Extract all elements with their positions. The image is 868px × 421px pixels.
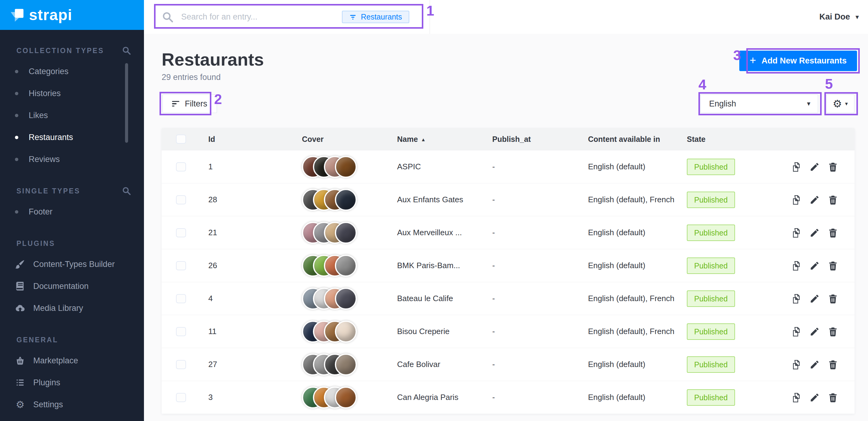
sidebar-scrollbar[interactable] xyxy=(125,63,128,143)
column-header-publish-at[interactable]: Publish_at xyxy=(492,135,588,144)
sidebar: strapi COLLECTION TYPES Categories Histo… xyxy=(0,0,144,421)
search-collection-tag[interactable]: Restaurants xyxy=(342,11,409,23)
cell-name: Aux Enfants Gates xyxy=(397,195,492,204)
edit-icon[interactable] xyxy=(809,194,820,205)
table-row[interactable]: 27 Cafe Bolivar - English (default) Publ… xyxy=(162,348,855,381)
edit-icon[interactable] xyxy=(809,392,820,403)
table-row[interactable]: 3 Can Alegria Paris - English (default) … xyxy=(162,381,855,414)
sidebar-section: GENERAL Marketplace Plugins ⚙ Settings xyxy=(0,333,144,416)
sidebar-section-label: SINGLE TYPES xyxy=(17,187,121,195)
cover-thumbnails xyxy=(302,387,397,409)
column-header-cover[interactable]: Cover xyxy=(302,135,397,144)
row-checkbox[interactable] xyxy=(176,228,186,237)
row-checkbox[interactable] xyxy=(176,261,186,270)
sidebar-item-marketplace[interactable]: Marketplace xyxy=(0,350,144,371)
sidebar-item-label: Restaurants xyxy=(29,133,73,142)
entries-count: 29 entries found xyxy=(162,72,868,82)
list-icon xyxy=(15,378,25,388)
cell-id: 27 xyxy=(208,360,302,369)
delete-icon[interactable] xyxy=(828,261,838,271)
cover-image xyxy=(335,288,357,310)
delete-icon[interactable] xyxy=(828,392,838,403)
cell-id: 26 xyxy=(208,261,302,270)
edit-icon[interactable] xyxy=(809,359,820,370)
sidebar-item-media-library[interactable]: Media Library xyxy=(0,297,144,319)
duplicate-icon[interactable] xyxy=(791,294,802,304)
duplicate-icon[interactable] xyxy=(791,228,802,238)
duplicate-icon[interactable] xyxy=(791,326,802,337)
edit-icon[interactable] xyxy=(809,261,820,271)
table-row[interactable]: 1 ASPIC - English (default) Published xyxy=(162,150,855,183)
sidebar-item-categories[interactable]: Categories xyxy=(0,60,144,82)
cover-thumbnails xyxy=(302,321,397,342)
sidebar-item-documentation[interactable]: Documentation xyxy=(0,275,144,297)
column-header-state[interactable]: State xyxy=(687,135,778,144)
sidebar-section-label: GENERAL xyxy=(17,336,132,344)
user-menu[interactable]: Kai Doe ▾ xyxy=(819,12,868,22)
sidebar-item-plugins[interactable]: Plugins xyxy=(0,371,144,394)
add-new-restaurants-button[interactable]: + Add New Restaurants xyxy=(739,51,857,71)
duplicate-icon[interactable] xyxy=(791,194,802,205)
duplicate-icon[interactable] xyxy=(791,359,802,370)
edit-icon[interactable] xyxy=(809,326,820,337)
table-row[interactable]: 21 Aux Merveilleux ... - English (defaul… xyxy=(162,216,855,249)
cell-publish-at: - xyxy=(492,294,588,303)
edit-icon[interactable] xyxy=(809,294,820,304)
select-all-checkbox[interactable] xyxy=(176,134,186,144)
row-checkbox[interactable] xyxy=(176,393,186,402)
sidebar-item-likes[interactable]: Likes xyxy=(0,104,144,126)
delete-icon[interactable] xyxy=(828,162,838,172)
settings-dropdown-button[interactable]: ⚙ ▾ xyxy=(826,94,855,113)
duplicate-icon[interactable] xyxy=(791,261,802,271)
search-icon[interactable] xyxy=(121,186,132,196)
column-header-name[interactable]: Name▲ xyxy=(397,135,492,144)
table-row[interactable]: 26 BMK Paris-Bam... - English (default) … xyxy=(162,249,855,282)
delete-icon[interactable] xyxy=(828,359,838,370)
sidebar-item-footer[interactable]: Footer xyxy=(0,201,144,223)
table-row[interactable]: 28 Aux Enfants Gates - English (default)… xyxy=(162,183,855,216)
cover-image xyxy=(335,387,357,409)
row-checkbox[interactable] xyxy=(176,294,186,303)
cover-image xyxy=(335,189,357,211)
row-checkbox[interactable] xyxy=(176,162,186,172)
sidebar-item-restaurants[interactable]: Restaurants xyxy=(0,126,144,148)
search-input[interactable] xyxy=(181,12,342,22)
cell-content-available-in: English (default) xyxy=(588,228,687,237)
row-checkbox[interactable] xyxy=(176,360,186,369)
row-checkbox[interactable] xyxy=(176,195,186,204)
column-header-content-available-in[interactable]: Content available in xyxy=(588,135,687,144)
strapi-logo[interactable]: strapi xyxy=(0,0,144,30)
delete-icon[interactable] xyxy=(828,228,838,238)
sidebar-item-content-types-builder[interactable]: Content-Types Builder xyxy=(0,253,144,275)
sidebar-item-list: Categories Histories Likes Restaurants R… xyxy=(0,60,144,170)
delete-icon[interactable] xyxy=(828,294,838,304)
table-row[interactable]: 11 Bisou Creperie - English (default), F… xyxy=(162,315,855,348)
edit-icon[interactable] xyxy=(809,162,820,172)
cover-thumbnails xyxy=(302,156,397,178)
sidebar-item-settings[interactable]: ⚙ Settings xyxy=(0,394,144,416)
sidebar-item-histories[interactable]: Histories xyxy=(0,82,144,104)
gear-icon: ⚙ xyxy=(833,98,842,109)
sidebar-item-reviews[interactable]: Reviews xyxy=(0,148,144,170)
cell-content-available-in: English (default) xyxy=(588,162,687,172)
edit-icon[interactable] xyxy=(809,228,820,238)
search-icon[interactable] xyxy=(121,46,132,56)
sidebar-item-label: Documentation xyxy=(33,281,89,291)
delete-icon[interactable] xyxy=(828,326,838,337)
filters-label: Filters xyxy=(185,99,207,109)
filters-button[interactable]: Filters xyxy=(162,94,217,113)
sidebar-item-label: Histories xyxy=(29,89,61,98)
sidebar-nav: COLLECTION TYPES Categories Histories Li… xyxy=(0,44,144,418)
locale-select[interactable]: English ▾ xyxy=(700,94,818,113)
table-row[interactable]: 4 Bateau le Calife - English (default), … xyxy=(162,282,855,315)
sidebar-item-list: Marketplace Plugins ⚙ Settings xyxy=(0,350,144,416)
sidebar-section: SINGLE TYPES Footer xyxy=(0,184,144,223)
duplicate-icon[interactable] xyxy=(791,162,802,172)
delete-icon[interactable] xyxy=(828,194,838,205)
row-checkbox[interactable] xyxy=(176,327,186,336)
gear-icon: ⚙ xyxy=(15,399,25,410)
table-header-row: Id Cover Name▲ Publish_at Content availa… xyxy=(162,128,855,150)
duplicate-icon[interactable] xyxy=(791,392,802,403)
column-header-id[interactable]: Id xyxy=(208,135,302,144)
cell-publish-at: - xyxy=(492,393,588,402)
